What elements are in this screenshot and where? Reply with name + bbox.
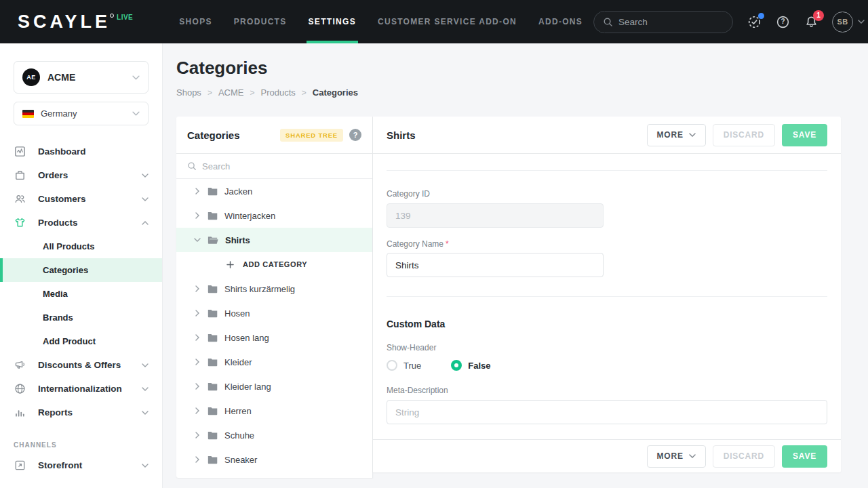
folder-icon	[208, 333, 218, 342]
folder-icon	[208, 382, 218, 391]
chevron-down-icon[interactable]	[195, 237, 201, 243]
tree-item-schuhe[interactable]: Schuhe	[176, 423, 372, 447]
tab-add-ons[interactable]: ADD-ONS	[528, 0, 593, 43]
category-id-label: Category ID	[387, 189, 827, 199]
shop-selector[interactable]: AE ACME	[14, 61, 149, 94]
chevron-right-icon[interactable]	[195, 334, 201, 341]
orders-icon	[14, 169, 26, 182]
chevron-right-icon[interactable]	[195, 407, 201, 414]
radio-true[interactable]: True	[387, 360, 421, 371]
tree-help-button[interactable]: ?	[349, 129, 361, 141]
breadcrumb-acme[interactable]: ACME	[218, 87, 244, 98]
global-search-input[interactable]	[618, 17, 720, 27]
breadcrumb-separator: >	[250, 88, 254, 98]
show-header-radio-group: True False	[387, 360, 827, 371]
logo-text: SCAYLE	[18, 13, 111, 31]
sidebar-item-categories[interactable]: Categories	[0, 258, 162, 282]
help-button[interactable]: ?	[776, 15, 790, 29]
tree-item-winterjacken[interactable]: Winterjacken	[176, 203, 372, 228]
search-icon	[603, 17, 613, 27]
sidebar-item-internationalization[interactable]: Internationalization	[0, 377, 162, 401]
tree-item-shirts-kurzaermelig[interactable]: Shirts kurzärmelig	[176, 277, 372, 301]
chevron-right-icon[interactable]	[195, 188, 201, 195]
folder-icon	[208, 309, 218, 318]
tree-item-sneaker[interactable]: Sneaker	[176, 447, 372, 472]
notifications-button[interactable]: 1	[804, 15, 818, 29]
show-header-label: Show-Header	[387, 343, 827, 352]
category-name-field[interactable]	[387, 253, 604, 277]
category-detail-panel: Shirts MORE DISCARD SAVE Category ID Cat…	[373, 117, 841, 472]
chevron-right-icon[interactable]	[195, 212, 201, 219]
sidebar-item-brands[interactable]: Brands	[0, 306, 162, 329]
tab-products[interactable]: PRODUCTS	[223, 0, 298, 43]
tree-search-input[interactable]	[202, 161, 338, 171]
sidebar-item-products[interactable]: Products	[0, 211, 162, 235]
tree-search[interactable]	[176, 154, 372, 179]
chevron-right-icon[interactable]	[195, 383, 201, 390]
more-button-footer[interactable]: MORE	[647, 445, 706, 468]
breadcrumb-products[interactable]: Products	[260, 87, 295, 98]
detail-header: Shirts MORE DISCARD SAVE	[373, 117, 841, 154]
required-asterisk: *	[446, 239, 449, 249]
sidebar-item-media[interactable]: Media	[0, 282, 162, 306]
sidebar-item-orders[interactable]: Orders	[0, 163, 162, 187]
globe-icon	[14, 382, 26, 395]
sidebar-item-add-product[interactable]: Add Product	[0, 329, 162, 353]
chevron-right-icon[interactable]	[195, 359, 201, 365]
logo-degree-icon	[110, 14, 114, 18]
custom-data-heading: Custom Data	[387, 319, 827, 329]
country-selector[interactable]: Germany	[14, 102, 149, 125]
chevron-right-icon[interactable]	[195, 310, 201, 317]
folder-icon	[208, 285, 218, 293]
scayle-logo[interactable]: SCAYLE LIVE	[18, 13, 133, 31]
user-menu[interactable]: SB	[832, 12, 865, 33]
chevron-down-icon	[142, 464, 149, 468]
chevron-down-icon	[689, 133, 696, 137]
chevron-down-icon	[132, 75, 140, 80]
sidebar-item-storefront[interactable]: Storefront	[0, 453, 162, 477]
add-category-button[interactable]: ADD CATEGORY	[176, 252, 372, 277]
status-check-button[interactable]	[747, 15, 762, 29]
sidebar: AE ACME Germany Dashboard Orders	[0, 43, 163, 488]
sidebar-navigation: Dashboard Orders Customers Products	[0, 140, 162, 424]
tab-settings[interactable]: SETTINGS	[298, 0, 367, 43]
top-bar: SCAYLE LIVE SHOPS PRODUCTS SETTINGS CUST…	[0, 0, 868, 43]
category-id-field	[387, 203, 604, 228]
radio-checked-icon[interactable]	[451, 360, 462, 371]
discard-button[interactable]: DISCARD	[713, 124, 775, 146]
sidebar-item-reports[interactable]: Reports	[0, 401, 162, 424]
save-button[interactable]: SAVE	[782, 124, 827, 146]
tree-item-hosen-lang[interactable]: Hosen lang	[176, 325, 372, 350]
folder-icon	[208, 431, 218, 440]
chevron-down-icon	[142, 197, 149, 201]
discard-button-footer[interactable]: DISCARD	[713, 445, 775, 468]
folder-icon	[208, 407, 218, 415]
tab-shops[interactable]: SHOPS	[168, 0, 223, 43]
sidebar-item-discounts-offers[interactable]: Discounts & Offers	[0, 353, 162, 377]
tree-item-herren[interactable]: Herren	[176, 399, 372, 423]
more-button[interactable]: MORE	[647, 124, 706, 146]
chevron-down-icon	[142, 411, 149, 415]
tab-customer-service-add-on[interactable]: CUSTOMER SERVICE ADD-ON	[367, 0, 528, 43]
breadcrumb-shops[interactable]: Shops	[176, 87, 201, 98]
megaphone-icon	[14, 359, 26, 371]
radio-unchecked-icon[interactable]	[387, 360, 397, 371]
breadcrumb-separator: >	[208, 88, 212, 98]
chevron-right-icon[interactable]	[195, 456, 201, 463]
main-content: Categories Shops > ACME > Products > Cat…	[163, 43, 868, 488]
save-button-footer[interactable]: SAVE	[782, 445, 827, 468]
meta-description-field[interactable]	[387, 400, 827, 424]
sidebar-item-dashboard[interactable]: Dashboard	[0, 140, 162, 163]
tree-item-hosen[interactable]: Hosen	[176, 301, 372, 325]
radio-false[interactable]: False	[451, 360, 490, 371]
tree-item-jacken[interactable]: Jacken	[176, 179, 372, 203]
global-search[interactable]	[593, 11, 733, 33]
chevron-down-icon	[142, 174, 149, 178]
sidebar-item-customers[interactable]: Customers	[0, 187, 162, 211]
tree-item-kleider-lang[interactable]: Kleider lang	[176, 374, 372, 399]
tree-item-kleider[interactable]: Kleider	[176, 350, 372, 374]
chevron-right-icon[interactable]	[195, 432, 201, 439]
sidebar-item-all-products[interactable]: All Products	[0, 235, 162, 258]
tree-item-shirts[interactable]: Shirts	[176, 228, 372, 252]
chevron-right-icon[interactable]	[195, 285, 201, 292]
